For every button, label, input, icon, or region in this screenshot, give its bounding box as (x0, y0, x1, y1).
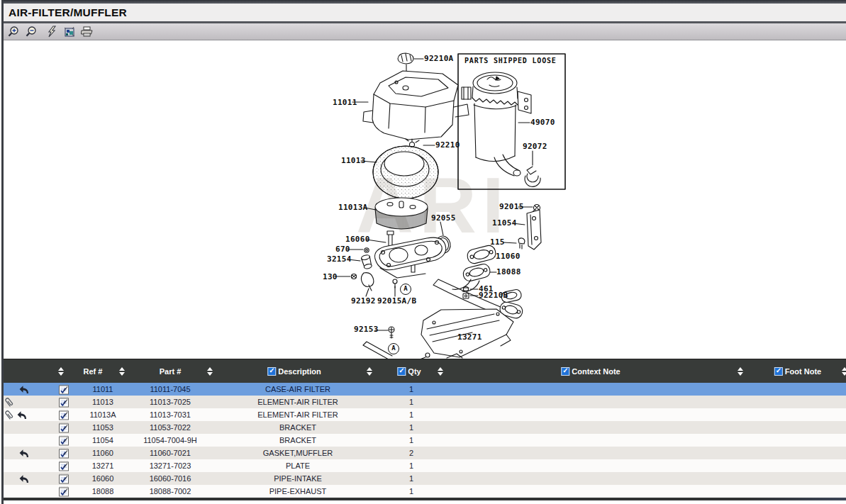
substitution-arrow-icon[interactable] (19, 449, 30, 458)
part-label-11013A[interactable]: 11013A (338, 203, 368, 212)
callout-layer: 92210A110114907092072922101101311013A920… (0, 40, 846, 359)
parts-table-body: 1101111011-7045CASE-AIR FILTER1110131101… (0, 383, 846, 498)
part-label-11060[interactable]: 11060 (496, 252, 521, 261)
sort-icon[interactable] (738, 367, 743, 376)
sort-icon[interactable] (438, 367, 443, 376)
image-stamp-icon[interactable] (62, 25, 77, 39)
part-label-16060[interactable]: 16060 (345, 235, 370, 244)
row-flag-icons (0, 408, 53, 421)
paperclip-icon[interactable] (4, 410, 14, 420)
part-label-32154[interactable]: 32154 (327, 255, 352, 264)
part-label-11013[interactable]: 11013 (341, 157, 366, 165)
notes-icon[interactable] (53, 472, 74, 485)
ref-number-cell: 18088 (74, 487, 131, 495)
col-header-foot-note[interactable]: Foot Note (774, 367, 821, 376)
table-row[interactable]: 1101311013-7025ELEMENT-AIR FILTER1 (0, 396, 846, 408)
description-checkbox[interactable] (267, 367, 276, 376)
part-label-92015A/B[interactable]: 92015A/B (377, 297, 416, 306)
part-number-cell: 18088-7002 (131, 487, 209, 495)
notes-icon[interactable] (53, 434, 74, 447)
row-flag-icons (0, 396, 53, 408)
ref-number-cell: 13271 (74, 461, 131, 470)
notes-icon[interactable] (53, 421, 74, 434)
table-row[interactable]: 1106011060-7021GASKET,MUFFLER2 (0, 447, 846, 459)
part-label-670[interactable]: 670 (335, 245, 350, 254)
table-row[interactable]: 1327113271-7023PLATE1 (0, 459, 846, 472)
ref-number-cell: 11054 (74, 436, 131, 444)
col-header-context-note[interactable]: Context Note (561, 367, 620, 376)
part-label-49070[interactable]: 49070 (530, 118, 555, 127)
part-label-13271[interactable]: 13271 (457, 333, 482, 342)
part-number-cell: 11013-7025 (131, 398, 209, 406)
part-label-92072[interactable]: 92072 (523, 142, 547, 151)
print-icon[interactable] (79, 25, 94, 39)
table-row[interactable]: 1105411054-7004-9HBRACKET1 (0, 434, 846, 447)
notes-icon[interactable] (53, 459, 74, 472)
sort-icon[interactable] (58, 367, 64, 376)
row-flag-icons (0, 459, 53, 472)
col-header-ref[interactable]: Ref # (84, 367, 103, 376)
table-row[interactable]: 1101111011-7045CASE-AIR FILTER1 (0, 383, 846, 396)
qty-cell: 1 (386, 398, 436, 406)
ref-number-cell: 11060 (74, 449, 131, 457)
part-number-cell: 11053-7022 (131, 423, 209, 432)
assembly-marker-A[interactable]: A (388, 343, 399, 354)
part-number-cell: 16060-7016 (131, 474, 209, 483)
context-note-checkbox[interactable] (561, 367, 569, 376)
part-label-92192[interactable]: 92192 (351, 297, 376, 306)
qty-cell: 1 (386, 461, 436, 470)
table-row[interactable]: 1808818088-7002PIPE-EXHAUST1 (0, 485, 846, 498)
part-label-92210[interactable]: 92210 (435, 141, 460, 150)
notes-icon[interactable] (53, 447, 74, 459)
col-header-description[interactable]: Description (267, 367, 321, 376)
part-label-92210B[interactable]: 92210B (479, 291, 508, 300)
sort-icon[interactable] (207, 367, 213, 376)
part-label-130[interactable]: 130 (323, 273, 338, 281)
part-label-92153[interactable]: 92153 (354, 325, 379, 334)
part-label-11054[interactable]: 11054 (492, 219, 517, 228)
substitution-arrow-icon[interactable] (19, 474, 30, 483)
part-label-115[interactable]: 115 (490, 238, 505, 247)
sort-icon[interactable] (119, 367, 125, 376)
sort-icon[interactable] (842, 367, 846, 376)
description-cell: BRACKET (209, 436, 386, 444)
frame-border (0, 0, 4, 504)
notes-icon[interactable] (53, 485, 74, 498)
sort-icon[interactable] (367, 367, 372, 376)
substitution-arrow-icon[interactable] (17, 410, 28, 420)
foot-note-checkbox[interactable] (774, 367, 783, 376)
table-row[interactable]: 11013A11013-7031ELEMENT-AIR FILTER1 (0, 408, 846, 421)
page-title: AIR-FILTER/MUFFLER (9, 6, 127, 19)
description-cell: ELEMENT-AIR FILTER (209, 398, 386, 406)
paperclip-icon[interactable] (4, 397, 14, 408)
notes-icon[interactable] (53, 408, 74, 421)
qty-checkbox[interactable] (397, 367, 406, 376)
part-label-18088[interactable]: 18088 (496, 268, 521, 276)
qty-cell: 2 (386, 449, 436, 457)
part-number-cell: 11013-7031 (131, 410, 209, 419)
part-label-11011[interactable]: 11011 (333, 99, 357, 107)
qty-cell: 1 (386, 474, 436, 483)
row-flag-icons (0, 421, 53, 434)
ref-number-cell: 11013A (74, 410, 131, 419)
part-label-92210A[interactable]: 92210A (424, 55, 454, 63)
parts-diagram: ARI PARTS SHIPPED LOOSE (0, 40, 846, 359)
title-bar: AIR-FILTER/MUFFLER (0, 4, 846, 23)
notes-icon[interactable] (53, 383, 74, 396)
diagram-toolbar (0, 23, 846, 40)
part-number-cell: 11060-7021 (131, 449, 209, 457)
row-flag-icons (0, 472, 53, 485)
col-header-qty[interactable]: Qty (397, 367, 421, 376)
notes-icon[interactable] (53, 396, 74, 408)
qty-cell: 1 (386, 487, 436, 495)
table-row[interactable]: 1606016060-7016PIPE-INTAKE1 (0, 472, 846, 485)
part-label-92015[interactable]: 92015 (499, 203, 524, 211)
zoom-out-icon[interactable] (23, 25, 38, 39)
table-row[interactable]: 1105311053-7022BRACKET1 (0, 421, 846, 434)
substitution-arrow-icon[interactable] (19, 385, 30, 394)
part-label-92055[interactable]: 92055 (431, 214, 456, 223)
hotspot-lightning-icon[interactable] (44, 25, 59, 39)
col-header-part[interactable]: Part # (160, 367, 182, 376)
zoom-in-icon[interactable] (6, 25, 21, 39)
assembly-marker-A[interactable]: A (400, 284, 411, 295)
